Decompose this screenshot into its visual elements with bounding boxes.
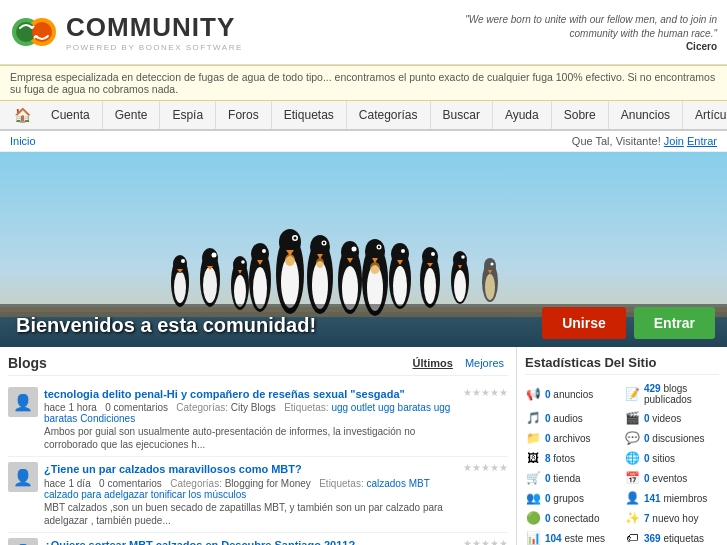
- fotos-icon: 🖼: [525, 451, 541, 465]
- blog-stars: ★★★★★: [463, 462, 508, 526]
- nav-item-etiquetas[interactable]: Etiquetas: [272, 101, 347, 129]
- sitios-icon: 🌐: [624, 451, 640, 465]
- banner-text: Empresa especializada en deteccion de fu…: [10, 71, 715, 95]
- stat-item: 📅 0 eventos: [624, 469, 719, 487]
- etiquetas-stat-icon: 🏷: [624, 531, 640, 545]
- svg-point-71: [491, 263, 494, 266]
- blog-stars: ★★★★★: [463, 387, 508, 451]
- stat-etiquetas: 369 etiquetas: [644, 533, 704, 544]
- nav-item-anuncios[interactable]: Anuncios: [609, 101, 683, 129]
- stats-section: Estadísticas Del Sitio 📢 0 anuncios 📝 42…: [517, 347, 727, 545]
- nav-item-espia[interactable]: Espía: [160, 101, 216, 129]
- stat-nuevo: 7 nuevo hoy: [644, 513, 699, 524]
- unirse-button[interactable]: Unirse: [542, 307, 626, 339]
- miembros-icon: 👤: [624, 491, 640, 505]
- svg-point-56: [431, 252, 435, 256]
- tab-ultimos[interactable]: Últimos: [409, 356, 457, 370]
- svg-point-69: [485, 274, 495, 300]
- logo-text-block: COMMUNITY POWERED BY BOONEX SOFTWARE: [66, 12, 243, 52]
- blog-content: ¿Tiene un par calzados maravillosos como…: [44, 462, 457, 526]
- breadcrumb-bar: Inicio Que Tal, Visitante! Join Entrar: [0, 131, 727, 152]
- nav-item-cuenta[interactable]: Cuenta: [39, 101, 103, 129]
- logo-icon: [10, 8, 58, 56]
- header: COMMUNITY POWERED BY BOONEX SOFTWARE "We…: [0, 0, 727, 65]
- blog-content: tecnologia delito penal-Hi y compañero d…: [44, 387, 457, 451]
- stat-item: 🟢 0 conectado: [525, 509, 620, 527]
- stat-item: 🎬 0 videos: [624, 409, 719, 427]
- stat-conectado: 0 conectado: [545, 513, 600, 524]
- stat-item: 📝 429 blogs publicados: [624, 381, 719, 407]
- stat-este-mes: 104 este mes: [545, 533, 605, 544]
- header-quote: "We were born to unite with our fellow m…: [437, 13, 717, 41]
- stat-fotos: 8 fotos: [545, 453, 575, 464]
- stat-item: 📢 0 anuncios: [525, 381, 620, 407]
- stat-item: 🖼 8 fotos: [525, 449, 620, 467]
- nav-item-categorias[interactable]: Categorías: [347, 101, 431, 129]
- blog-entry: 👤 tecnologia delito penal-Hi y compañero…: [8, 382, 508, 457]
- blogs-tabs: Últimos Mejores: [409, 356, 508, 370]
- svg-point-54: [424, 268, 436, 304]
- stat-tienda: 0 tienda: [545, 473, 581, 484]
- stats-grid: 📢 0 anuncios 📝 429 blogs publicados 🎵 0 …: [525, 381, 719, 545]
- announcement-banner: Empresa especializada en deteccion de fu…: [0, 65, 727, 101]
- blog-avatar: 👤: [8, 462, 38, 492]
- svg-point-61: [241, 260, 245, 264]
- blogs-header: Blogs Últimos Mejores: [8, 355, 508, 376]
- stat-item: ✨ 7 nuevo hoy: [624, 509, 719, 527]
- nav-item-gente[interactable]: Gente: [103, 101, 161, 129]
- blog-content: ¿Quiere sortear MBT calzados en Descubre…: [44, 538, 457, 545]
- stat-discusiones: 0 discusiones: [644, 433, 705, 444]
- videos-icon: 🎬: [624, 411, 640, 425]
- svg-point-8: [174, 271, 186, 303]
- home-nav-icon[interactable]: 🏠: [6, 101, 39, 129]
- grupos-icon: 👥: [525, 491, 541, 505]
- eventos-icon: 📅: [624, 471, 640, 485]
- stat-blogs: 429 blogs publicados: [644, 383, 719, 405]
- nav-item-foros[interactable]: Foros: [216, 101, 272, 129]
- svg-point-13: [203, 267, 217, 303]
- entrar-link[interactable]: Entrar: [687, 135, 717, 147]
- stat-item: 👤 141 miembros: [624, 489, 719, 507]
- stat-item: 📁 0 archivos: [525, 429, 620, 447]
- svg-point-23: [285, 254, 295, 266]
- logo-area: COMMUNITY POWERED BY BOONEX SOFTWARE: [10, 8, 243, 56]
- stat-audios: 0 audios: [545, 413, 583, 424]
- hero-section: Bienvenidos a esta comunidad! Unirse Ent…: [0, 152, 727, 347]
- join-link[interactable]: Join: [664, 135, 684, 147]
- entrar-button[interactable]: Entrar: [634, 307, 715, 339]
- svg-point-66: [461, 255, 465, 259]
- svg-point-46: [262, 249, 266, 253]
- stat-grupos: 0 grupos: [545, 493, 584, 504]
- nav-item-ayuda[interactable]: Ayuda: [493, 101, 552, 129]
- blog-excerpt: Ambos por guial son usualmente auto-pres…: [44, 425, 457, 451]
- breadcrumb-home[interactable]: Inicio: [10, 135, 36, 147]
- breadcrumb-right: Que Tal, Visitante! Join Entrar: [572, 135, 717, 147]
- navigation: 🏠 Cuenta Gente Espía Foros Etiquetas Cat…: [0, 101, 727, 131]
- stat-item: 🛒 0 tienda: [525, 469, 620, 487]
- nav-item-articulos[interactable]: Artículos: [683, 101, 727, 129]
- nav-item-buscar[interactable]: Buscar: [431, 101, 493, 129]
- conectado-icon: 🟢: [525, 511, 541, 525]
- stat-item: 📊 104 este mes: [525, 529, 620, 545]
- svg-point-14: [202, 248, 218, 268]
- blog-meta: hace 1 día 0 comentarios Categorías: Blo…: [44, 478, 457, 500]
- archivos-icon: 📁: [525, 431, 541, 445]
- svg-point-51: [401, 249, 405, 253]
- tab-mejores[interactable]: Mejores: [461, 356, 508, 370]
- nuevo-icon: ✨: [624, 511, 640, 525]
- blog-excerpt: MBT calzados ,son un buen secado de zapa…: [44, 501, 457, 527]
- blog-entry: 👤 ¿Tiene un par calzados maravillosos co…: [8, 457, 508, 532]
- main-content: Blogs Últimos Mejores 👤 tecnologia delit…: [0, 347, 727, 545]
- logo-subtitle: POWERED BY BOONEX SOFTWARE: [66, 43, 243, 52]
- header-quote-author: Cicero: [437, 41, 717, 52]
- blog-title-link[interactable]: ¿Quiere sortear MBT calzados en Descubre…: [44, 538, 457, 545]
- svg-point-42: [370, 262, 380, 274]
- blog-title-link[interactable]: tecnologia delito penal-Hi y compañero d…: [44, 387, 457, 401]
- stat-item: 🎵 0 audios: [525, 409, 620, 427]
- hero-welcome-text: Bienvenidos a esta comunidad!: [16, 314, 316, 336]
- blog-title-link[interactable]: ¿Tiene un par calzados maravillosos como…: [44, 462, 457, 476]
- nav-item-sobre[interactable]: Sobre: [552, 101, 609, 129]
- svg-point-28: [323, 242, 325, 244]
- stat-item: 🌐 0 sitios: [624, 449, 719, 467]
- blog-avatar: 👤: [8, 538, 38, 545]
